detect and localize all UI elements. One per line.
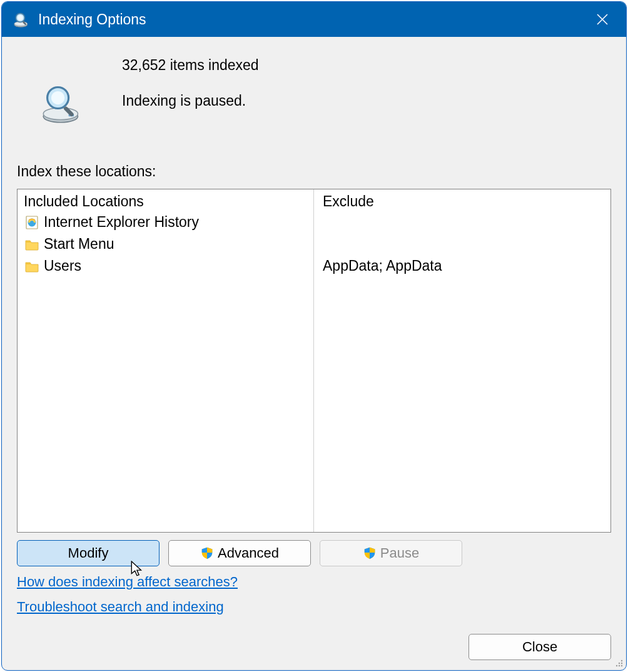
window-title: Indexing Options bbox=[38, 11, 587, 28]
exclude-header: Exclude bbox=[323, 193, 604, 210]
advanced-button[interactable]: Advanced bbox=[168, 540, 311, 566]
svg-point-16 bbox=[619, 663, 620, 664]
button-label: Close bbox=[522, 639, 557, 655]
button-label: Advanced bbox=[218, 545, 279, 561]
list-item-label: Internet Explorer History bbox=[44, 214, 199, 231]
included-column: Included Locations Internet Explorer His… bbox=[18, 189, 314, 532]
svg-point-15 bbox=[621, 660, 622, 661]
folder-icon bbox=[24, 236, 40, 253]
svg-point-3 bbox=[18, 15, 23, 21]
pause-button: Pause bbox=[320, 540, 462, 566]
list-item[interactable]: Start Menu bbox=[24, 233, 307, 255]
indexing-status-icon bbox=[37, 78, 87, 128]
index-locations-label: Index these locations: bbox=[17, 163, 611, 180]
status-text: 32,652 items indexed Indexing is paused. bbox=[87, 52, 259, 109]
locations-listbox[interactable]: Included Locations Internet Explorer His… bbox=[17, 189, 611, 533]
list-item-label: Start Menu bbox=[44, 236, 114, 253]
svg-point-19 bbox=[619, 665, 620, 666]
list-item[interactable]: Users bbox=[24, 255, 307, 277]
status-area: 32,652 items indexed Indexing is paused. bbox=[17, 52, 611, 128]
svg-point-17 bbox=[621, 663, 622, 664]
ie-history-icon bbox=[24, 214, 40, 231]
titlebar: Indexing Options bbox=[2, 2, 626, 37]
troubleshoot-link[interactable]: Troubleshoot search and indexing bbox=[17, 599, 224, 615]
resize-grip-icon[interactable] bbox=[614, 658, 624, 668]
indexing-options-window: Indexing Options 32,652 items in bbox=[1, 1, 627, 671]
button-label: Pause bbox=[380, 545, 419, 561]
svg-point-20 bbox=[621, 665, 622, 666]
indexing-state-label: Indexing is paused. bbox=[122, 93, 259, 109]
close-button[interactable]: Close bbox=[468, 634, 611, 660]
close-icon[interactable] bbox=[587, 7, 617, 32]
indexing-app-icon bbox=[13, 11, 31, 28]
action-button-row: Modify Advanced bbox=[17, 540, 611, 566]
list-item[interactable]: Internet Explorer History bbox=[24, 211, 307, 233]
list-item-label: Users bbox=[44, 258, 81, 274]
exclude-column: Exclude AppData; AppData bbox=[314, 189, 610, 532]
help-links: How does indexing affect searches? Troub… bbox=[17, 574, 611, 624]
how-indexing-affects-link[interactable]: How does indexing affect searches? bbox=[17, 574, 238, 590]
dialog-content: 32,652 items indexed Indexing is paused.… bbox=[2, 37, 626, 634]
items-indexed-label: 32,652 items indexed bbox=[122, 57, 259, 74]
svg-point-18 bbox=[616, 665, 617, 666]
shield-icon bbox=[200, 546, 214, 560]
svg-point-11 bbox=[51, 91, 64, 104]
folder-icon bbox=[24, 258, 40, 274]
included-locations-header: Included Locations bbox=[24, 193, 307, 210]
modify-button[interactable]: Modify bbox=[17, 540, 160, 566]
shield-icon bbox=[363, 546, 377, 560]
button-label: Modify bbox=[68, 545, 109, 561]
dialog-footer: Close bbox=[2, 634, 626, 670]
exclude-value: AppData; AppData bbox=[323, 255, 604, 277]
